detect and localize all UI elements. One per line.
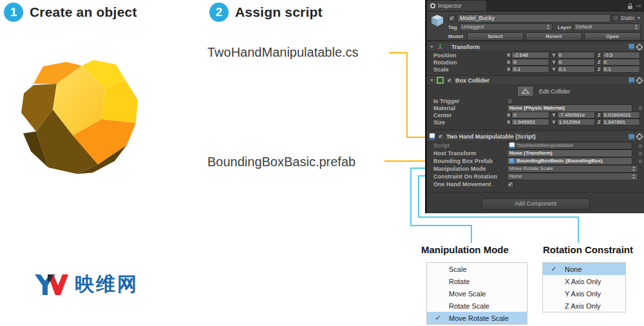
rotation-y-field[interactable]: 0 xyxy=(557,59,595,66)
manipulation-mode-dropdown[interactable]: Move Rotate Scale xyxy=(507,165,638,173)
add-component-area: Add Component xyxy=(427,192,644,215)
axis-label: X xyxy=(507,59,510,65)
yivian-logo: 映维网 xyxy=(33,271,138,298)
foldout-icon[interactable]: ▼ xyxy=(430,78,434,82)
row-label: Scale xyxy=(427,66,507,73)
dropdown-stepper-icon xyxy=(632,166,636,171)
center-x-field[interactable]: 0 xyxy=(511,111,549,119)
host-transform-row: Host Transform None (Transform) ⊙ xyxy=(427,149,644,157)
axis-label: Z xyxy=(598,112,601,118)
gear-icon[interactable] xyxy=(637,44,642,50)
gameobject-name-field[interactable]: Model_Bucky xyxy=(457,14,611,23)
size-x-field[interactable]: 1.945953 xyxy=(511,119,549,126)
position-z-field[interactable]: -0.5 xyxy=(602,52,640,59)
manipulation-mode-heading: Manipulation Mode xyxy=(421,244,509,255)
edit-collider-row: Edit Collider xyxy=(427,85,644,97)
size-z-field[interactable]: 1.847891 xyxy=(602,119,640,126)
host-transform-field[interactable]: None (Transform) xyxy=(507,149,632,157)
rotation-z-field[interactable]: 0 xyxy=(602,59,640,66)
script-value: TwoHandManipulatable xyxy=(516,142,574,149)
static-checkbox[interactable] xyxy=(612,15,619,21)
lock-icon[interactable] xyxy=(628,6,632,9)
check-icon: ✓ xyxy=(427,314,449,322)
list-item[interactable]: Move Scale xyxy=(427,287,527,300)
model-open-button[interactable]: Open xyxy=(584,32,641,41)
rotation-constraint-heading: Rotation Constraint xyxy=(543,244,633,255)
transform-scale-row: Scale X0.1 Y0.1 Z0.1 xyxy=(427,66,644,73)
bounding-box-prefab-field[interactable]: BoundingBoxBasic (BoundingBox) xyxy=(507,157,632,165)
is-trigger-checkbox[interactable] xyxy=(507,98,513,104)
foldout-icon[interactable]: ▼ xyxy=(430,44,434,49)
center-y-field[interactable]: -7.450581e xyxy=(557,111,595,119)
collider-size-row: Size X1.945953 Y1.912954 Z1.847891 xyxy=(427,119,644,126)
rotation-x-field[interactable]: 0 xyxy=(511,59,549,66)
object-picker-icon[interactable]: ⊙ xyxy=(636,105,644,111)
tag-dropdown[interactable]: Untagged xyxy=(459,23,553,31)
object-picker-icon[interactable]: ⊙ xyxy=(636,158,644,164)
script-icon xyxy=(430,133,435,140)
layer-dropdown[interactable]: Default xyxy=(573,23,641,31)
material-value: None (Physic Material) xyxy=(509,105,565,111)
script-enabled-checkbox[interactable]: ✓ xyxy=(437,133,444,140)
object-picker-icon[interactable]: ⊙ xyxy=(636,143,644,149)
component-transform: ▼ Transform Position X-2.648 Y0 Z-0.5 xyxy=(427,41,644,75)
axis-label: X xyxy=(507,52,510,58)
add-component-button[interactable]: Add Component xyxy=(482,198,590,210)
option-label: Y Axis Only xyxy=(565,290,601,298)
unity-inspector-panel: Inspector +≡ ✓ Model_Bucky Static xyxy=(425,0,644,213)
scale-z-field[interactable]: 0.1 xyxy=(602,66,640,73)
axis-label: Y xyxy=(552,66,555,72)
list-item[interactable]: Z Axis Only xyxy=(543,300,625,312)
position-y-field[interactable]: 0 xyxy=(557,52,595,59)
gear-icon[interactable] xyxy=(637,134,642,139)
help-icon[interactable] xyxy=(629,77,634,83)
size-y-field[interactable]: 1.912954 xyxy=(557,119,595,126)
edit-collider-button[interactable] xyxy=(517,86,534,97)
constraint-on-rotation-dropdown[interactable]: None xyxy=(507,173,638,180)
object-picker-icon[interactable]: ⊙ xyxy=(636,151,644,157)
static-caret-icon[interactable]: ▼ xyxy=(637,16,641,20)
center-z-field[interactable]: 0.01604021 xyxy=(602,111,640,119)
box-collider-enabled-checkbox[interactable]: ✓ xyxy=(446,77,453,84)
check-icon: ✓ xyxy=(543,265,565,273)
logo-text: 映维网 xyxy=(75,271,138,298)
material-object-field[interactable]: None (Physic Material) xyxy=(507,104,632,112)
list-item[interactable]: Rotate Scale xyxy=(427,300,527,312)
step-1: 1 Create an object xyxy=(4,3,137,22)
list-item[interactable]: Rotate xyxy=(427,275,527,287)
gear-icon[interactable] xyxy=(637,78,642,83)
script-icon xyxy=(509,142,515,149)
list-item-selected[interactable]: ✓ Move Rotate Scale xyxy=(427,312,527,324)
rotation-constraint-list: ✓ None X Axis Only Y Axis Only Z Axis On… xyxy=(542,262,626,312)
model-select-button[interactable]: Select xyxy=(467,32,524,41)
axis-label: X xyxy=(507,66,510,72)
manipulation-mode-list: Scale Rotate Move Scale Rotate Scale ✓ M… xyxy=(426,262,527,325)
script-object-field[interactable]: TwoHandManipulatable xyxy=(507,142,632,149)
layer-label: Layer xyxy=(558,24,571,30)
list-item[interactable]: Scale xyxy=(427,263,527,275)
option-label: X Axis Only xyxy=(565,278,601,285)
manipulation-mode-row: Manipulation Mode Move Rotate Scale xyxy=(427,165,644,173)
panel-menu-icon[interactable]: +≡ xyxy=(636,4,641,9)
dropdown-stepper-icon xyxy=(635,24,638,30)
scale-x-field[interactable]: 0.1 xyxy=(511,66,549,73)
step-1-title: Create an object xyxy=(30,5,137,20)
scale-y-field[interactable]: 0.1 xyxy=(557,66,595,73)
list-item[interactable]: Y Axis Only xyxy=(543,287,625,300)
model-revert-button[interactable]: Revert xyxy=(526,32,582,41)
help-icon[interactable] xyxy=(629,44,634,50)
position-x-field[interactable]: -2.648 xyxy=(511,52,549,59)
gameobject-active-checkbox[interactable]: ✓ xyxy=(448,15,455,22)
yv-logo-mark xyxy=(33,272,70,298)
tab-inspector[interactable]: Inspector xyxy=(427,1,486,11)
row-label: Constraint On Rotation xyxy=(427,173,507,180)
list-item[interactable]: X Axis Only xyxy=(543,275,625,287)
help-icon[interactable] xyxy=(629,134,634,140)
inspector-tab-icon xyxy=(430,3,435,8)
row-label: Material xyxy=(427,105,507,111)
dropdown-stepper-icon xyxy=(632,174,636,179)
one-hand-movement-checkbox[interactable]: ✓ xyxy=(507,181,514,188)
gameobject-header: ✓ Model_Bucky Static ▼ Tag Untagged Laye… xyxy=(427,12,644,41)
list-item-selected[interactable]: ✓ None xyxy=(543,263,625,275)
transform-position-row: Position X-2.648 Y0 Z-0.5 xyxy=(427,52,644,59)
